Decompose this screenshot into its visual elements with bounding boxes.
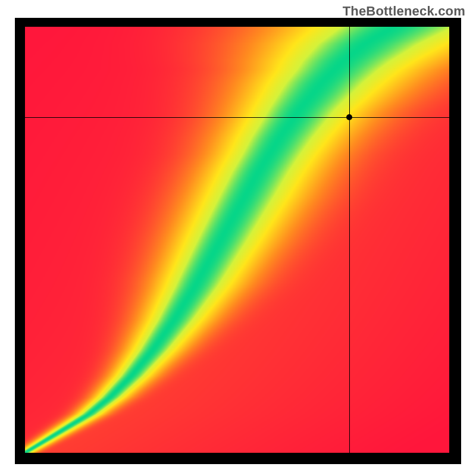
watermark-text: TheBottleneck.com (343, 4, 465, 19)
crosshair-vertical (349, 27, 350, 453)
heatmap-canvas (25, 27, 449, 453)
chart-stage: TheBottleneck.com (0, 0, 476, 476)
plot-frame (15, 18, 461, 464)
crosshair-horizontal (25, 117, 449, 118)
marker-dot (346, 114, 352, 120)
